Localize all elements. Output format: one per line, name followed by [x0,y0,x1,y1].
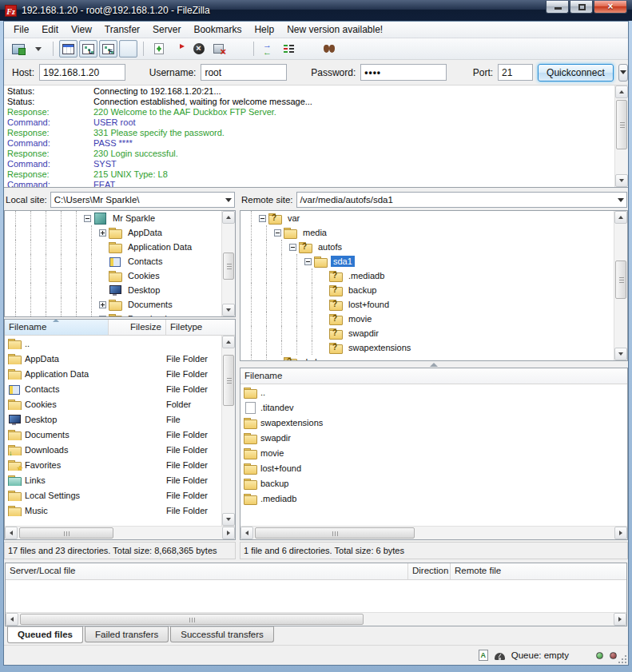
password-input[interactable] [360,64,447,81]
reconnect-button[interactable] [229,40,248,58]
toggle-local-tree-button[interactable] [79,40,97,58]
file-row-desktop[interactable]: DesktopFile [5,412,221,427]
tree-item-contacts[interactable]: Contacts [5,254,221,268]
file-row-appdata[interactable]: AppDataFile Folder [5,351,221,366]
column-header-filename[interactable]: Filename [5,320,109,335]
file-row-titandev[interactable]: .titandev [240,400,627,415]
scrollbar-thumb[interactable] [616,100,627,149]
remote-site-combo[interactable]: /var/media/autofs/sda1 [296,192,627,208]
chevron-down-icon[interactable] [222,198,234,202]
expand-icon[interactable] [99,301,106,308]
file-row-documents[interactable]: DocumentsFile Folder [5,427,221,442]
resize-grip[interactable] [618,655,626,663]
minimize-button[interactable] [546,1,569,14]
scroll-left-button[interactable] [5,527,18,539]
menu-help[interactable]: Help [248,22,280,37]
tree-item-documents[interactable]: Documents [5,297,221,312]
menu-edit[interactable]: Edit [35,22,65,37]
site-manager-dropdown-button[interactable] [29,40,47,58]
remote-list-hscrollbar[interactable] [240,526,627,539]
tree-item-cookies[interactable]: Cookies [5,268,221,283]
scroll-up-button[interactable] [615,85,628,98]
file-row-cookies[interactable]: CookiesFolder [5,396,221,412]
process-queue-button[interactable] [169,40,188,58]
column-header-filesize[interactable]: Filesize [109,320,166,335]
collapse-icon[interactable] [84,215,91,222]
scroll-right-button[interactable] [614,613,626,626]
menu-transfer[interactable]: Transfer [98,22,146,37]
tab-successful-transfers[interactable]: Successful transfers [170,626,274,642]
tree-item-swapextensions[interactable]: ?swapextensions [240,340,613,355]
local-list-scrollbar[interactable] [221,336,235,526]
scrollbar-thumb[interactable] [255,527,415,539]
port-input[interactable] [498,64,533,81]
queue-hscrollbar[interactable] [6,612,626,626]
tree-item-var[interactable]: ?var [240,211,613,225]
menu-new-version-available[interactable]: New version available! [280,22,389,37]
cancel-operation-button[interactable] [189,40,208,58]
quickconnect-button[interactable]: Quickconnect [538,64,614,82]
expand-icon[interactable] [99,316,106,317]
scroll-down-button[interactable] [614,348,627,360]
disconnect-button[interactable] [209,40,228,58]
scroll-down-button[interactable] [615,174,628,187]
collapse-icon[interactable] [274,229,281,237]
directory-listing-filter-button[interactable] [280,40,298,58]
tab-failed-transfers[interactable]: Failed transfers [85,626,169,642]
scrollbar-thumb[interactable] [223,355,234,406]
scroll-left-button[interactable] [240,527,253,539]
menu-file[interactable]: File [7,22,35,37]
menu-bookmarks[interactable]: Bookmarks [187,22,248,37]
scroll-down-button[interactable] [222,304,235,316]
file-row-contacts[interactable]: ContactsFile Folder [5,381,221,396]
tree-item-mediadb[interactable]: ?.mediadb [240,268,613,283]
remote-tree-scrollbar[interactable] [614,211,627,360]
queue-column-remote-file[interactable]: Remote file [451,563,626,579]
speed-limits-icon[interactable] [495,653,505,660]
quickconnect-dropdown-button[interactable] [618,64,628,82]
scroll-up-button[interactable] [614,211,627,224]
tree-item-autofs[interactable]: ?autofs [240,240,613,254]
username-input[interactable] [201,64,287,81]
directory-comparison-button[interactable] [260,40,278,58]
tree-item-backup[interactable]: ?backup [240,283,613,297]
file-row-swapextensions[interactable]: swapextensions [240,415,627,430]
file-row-local-settings[interactable]: Local SettingsFile Folder [5,487,221,503]
file-search-button[interactable] [320,40,338,58]
local-list-hscrollbar[interactable] [5,526,235,539]
file-row-favorites[interactable]: ★FavoritesFile Folder [5,457,221,472]
collapse-icon[interactable] [259,215,266,222]
file-row-music[interactable]: MusicFile Folder [5,503,221,518]
scroll-up-button[interactable] [222,336,235,348]
scrollbar-thumb[interactable] [615,260,626,299]
collapse-icon[interactable] [289,244,296,251]
tree-item-application-data[interactable]: Application Data [5,240,221,254]
tree-item-desktop[interactable]: Desktop [5,283,221,297]
tree-item-lost-found[interactable]: ?lost+found [240,297,613,312]
file-row-swapdir[interactable]: swapdir [240,430,627,445]
column-header-filename[interactable]: Filename [240,368,627,384]
collapse-icon[interactable] [304,258,312,265]
scrollbar-thumb[interactable] [20,614,364,625]
tree-item-appdata[interactable]: AppData [5,225,221,240]
scroll-down-button[interactable] [222,513,235,526]
local-site-combo[interactable]: C:\Users\Mr Sparkle\ [50,192,235,208]
file-row-movie[interactable]: movie [240,445,627,460]
tree-item-mr-sparkle[interactable]: Mr Sparkle [5,211,221,225]
file-row-downloads[interactable]: ↓DownloadsFile Folder [5,442,221,457]
file-row-[interactable]: .. [240,384,627,400]
scroll-right-button[interactable] [222,527,235,539]
transfer-type-icon[interactable] [479,650,488,661]
tree-item-dvd[interactable]: ?dvd [240,355,613,360]
close-button[interactable]: × [594,1,627,14]
site-manager-button[interactable] [9,40,27,58]
scroll-right-button[interactable] [614,527,627,539]
file-row-[interactable]: .. [5,336,221,351]
refresh-button[interactable] [149,40,168,58]
scroll-left-button[interactable] [6,613,18,626]
toggle-message-log-button[interactable] [59,40,78,58]
log-scrollbar[interactable] [614,85,628,187]
file-row-application-data[interactable]: Application DataFile Folder [5,366,221,381]
queue-column-direction[interactable]: Direction [408,563,451,579]
host-input[interactable] [39,64,125,81]
